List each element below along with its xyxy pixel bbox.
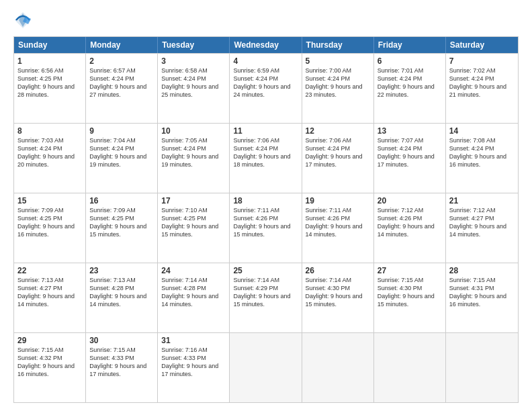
calendar-cell: 30Sunrise: 7:15 AMSunset: 4:33 PMDayligh…: [86, 333, 158, 402]
calendar-cell: 16Sunrise: 7:09 AMSunset: 4:25 PMDayligh…: [86, 193, 158, 263]
calendar-cell: 31Sunrise: 7:16 AMSunset: 4:33 PMDayligh…: [158, 333, 230, 402]
calendar-cell: 12Sunrise: 7:06 AMSunset: 4:24 PMDayligh…: [302, 124, 374, 193]
calendar-cell: 17Sunrise: 7:10 AMSunset: 4:25 PMDayligh…: [158, 193, 230, 263]
header-day-tuesday: Tuesday: [158, 37, 230, 53]
day-number: 22: [17, 266, 82, 275]
day-number: 23: [89, 266, 154, 275]
day-info: Sunrise: 7:15 AMSunset: 4:30 PMDaylight:…: [378, 276, 442, 309]
calendar-row-4: 29Sunrise: 7:15 AMSunset: 4:32 PMDayligh…: [14, 332, 518, 402]
calendar-cell: 3Sunrise: 6:58 AMSunset: 4:24 PMDaylight…: [158, 54, 230, 123]
header-day-wednesday: Wednesday: [230, 37, 302, 53]
day-number: 28: [449, 266, 515, 275]
day-info: Sunrise: 7:14 AMSunset: 4:30 PMDaylight:…: [306, 276, 370, 309]
day-number: 27: [378, 266, 442, 275]
day-info: Sunrise: 7:15 AMSunset: 4:33 PMDaylight:…: [89, 346, 154, 379]
day-number: 7: [449, 56, 515, 66]
header-day-thursday: Thursday: [302, 37, 374, 53]
day-info: Sunrise: 7:13 AMSunset: 4:27 PMDaylight:…: [17, 276, 82, 309]
calendar-cell: 21Sunrise: 7:12 AMSunset: 4:27 PMDayligh…: [446, 193, 518, 263]
day-number: 20: [378, 196, 442, 205]
day-number: 26: [306, 266, 370, 275]
day-number: 3: [161, 56, 226, 66]
day-info: Sunrise: 7:05 AMSunset: 4:24 PMDaylight:…: [161, 136, 226, 169]
day-info: Sunrise: 7:13 AMSunset: 4:28 PMDaylight:…: [89, 276, 154, 309]
day-info: Sunrise: 7:03 AMSunset: 4:24 PMDaylight:…: [17, 136, 82, 169]
day-number: 1: [17, 56, 82, 66]
day-number: 8: [17, 126, 82, 136]
day-number: 15: [17, 196, 82, 205]
day-info: Sunrise: 7:15 AMSunset: 4:32 PMDaylight:…: [17, 346, 82, 379]
calendar-cell: 6Sunrise: 7:01 AMSunset: 4:24 PMDaylight…: [374, 54, 446, 123]
day-info: Sunrise: 6:58 AMSunset: 4:24 PMDaylight:…: [161, 66, 226, 99]
day-info: Sunrise: 7:04 AMSunset: 4:24 PMDaylight:…: [89, 136, 154, 169]
calendar-cell: 18Sunrise: 7:11 AMSunset: 4:26 PMDayligh…: [230, 193, 302, 263]
calendar-cell: 14Sunrise: 7:08 AMSunset: 4:24 PMDayligh…: [446, 124, 518, 193]
day-info: Sunrise: 7:15 AMSunset: 4:31 PMDaylight:…: [449, 276, 515, 309]
day-number: 9: [89, 126, 154, 136]
calendar-cell: 13Sunrise: 7:07 AMSunset: 4:24 PMDayligh…: [374, 124, 446, 193]
day-info: Sunrise: 7:11 AMSunset: 4:26 PMDaylight:…: [233, 206, 298, 239]
day-number: 16: [89, 196, 154, 205]
calendar-cell: [230, 333, 302, 402]
header-day-monday: Monday: [86, 37, 158, 53]
calendar-cell: 7Sunrise: 7:02 AMSunset: 4:24 PMDaylight…: [446, 54, 518, 123]
day-number: 31: [161, 336, 226, 345]
day-info: Sunrise: 7:14 AMSunset: 4:28 PMDaylight:…: [161, 276, 226, 309]
day-number: 24: [161, 266, 226, 275]
day-info: Sunrise: 7:06 AMSunset: 4:24 PMDaylight:…: [233, 136, 298, 169]
calendar-cell: 9Sunrise: 7:04 AMSunset: 4:24 PMDaylight…: [86, 124, 158, 193]
calendar-cell: 1Sunrise: 6:56 AMSunset: 4:25 PMDaylight…: [14, 54, 86, 123]
logo: [13, 11, 35, 30]
day-info: Sunrise: 7:14 AMSunset: 4:29 PMDaylight:…: [233, 276, 298, 309]
day-number: 29: [17, 336, 82, 345]
calendar-row-1: 8Sunrise: 7:03 AMSunset: 4:24 PMDaylight…: [14, 123, 518, 193]
header-day-friday: Friday: [374, 37, 446, 53]
day-number: 18: [233, 196, 298, 205]
header-day-sunday: Sunday: [14, 37, 86, 53]
day-number: 10: [161, 126, 226, 136]
day-info: Sunrise: 7:12 AMSunset: 4:27 PMDaylight:…: [449, 206, 515, 239]
day-info: Sunrise: 7:01 AMSunset: 4:24 PMDaylight:…: [378, 66, 442, 99]
calendar-row-0: 1Sunrise: 6:56 AMSunset: 4:25 PMDaylight…: [14, 53, 518, 123]
day-number: 14: [449, 126, 515, 136]
day-info: Sunrise: 7:08 AMSunset: 4:24 PMDaylight:…: [449, 136, 515, 169]
calendar-header: SundayMondayTuesdayWednesdayThursdayFrid…: [14, 37, 518, 53]
logo-icon: [13, 11, 32, 30]
day-info: Sunrise: 7:16 AMSunset: 4:33 PMDaylight:…: [161, 346, 226, 379]
day-info: Sunrise: 6:57 AMSunset: 4:24 PMDaylight:…: [89, 66, 154, 99]
calendar-cell: 20Sunrise: 7:12 AMSunset: 4:26 PMDayligh…: [374, 193, 446, 263]
page: SundayMondayTuesdayWednesdayThursdayFrid…: [0, 0, 532, 411]
day-number: 21: [449, 196, 515, 205]
calendar-cell: 11Sunrise: 7:06 AMSunset: 4:24 PMDayligh…: [230, 124, 302, 193]
day-number: 12: [306, 126, 370, 136]
header: [13, 11, 519, 30]
calendar-cell: [302, 333, 374, 402]
day-number: 30: [89, 336, 154, 345]
day-number: 17: [161, 196, 226, 205]
day-info: Sunrise: 7:00 AMSunset: 4:24 PMDaylight:…: [306, 66, 370, 99]
calendar-body: 1Sunrise: 6:56 AMSunset: 4:25 PMDaylight…: [14, 53, 518, 402]
calendar-cell: 15Sunrise: 7:09 AMSunset: 4:25 PMDayligh…: [14, 193, 86, 263]
day-info: Sunrise: 6:59 AMSunset: 4:24 PMDaylight:…: [233, 66, 298, 99]
calendar-cell: 2Sunrise: 6:57 AMSunset: 4:24 PMDaylight…: [86, 54, 158, 123]
calendar: SundayMondayTuesdayWednesdayThursdayFrid…: [13, 36, 519, 403]
calendar-cell: 23Sunrise: 7:13 AMSunset: 4:28 PMDayligh…: [86, 263, 158, 332]
calendar-cell: 24Sunrise: 7:14 AMSunset: 4:28 PMDayligh…: [158, 263, 230, 332]
day-info: Sunrise: 7:06 AMSunset: 4:24 PMDaylight:…: [306, 136, 370, 169]
day-number: 5: [306, 56, 370, 66]
day-info: Sunrise: 7:02 AMSunset: 4:24 PMDaylight:…: [449, 66, 515, 99]
day-number: 11: [233, 126, 298, 136]
calendar-cell: 22Sunrise: 7:13 AMSunset: 4:27 PMDayligh…: [14, 263, 86, 332]
day-number: 13: [378, 126, 442, 136]
day-info: Sunrise: 7:12 AMSunset: 4:26 PMDaylight:…: [378, 206, 442, 239]
day-info: Sunrise: 7:07 AMSunset: 4:24 PMDaylight:…: [378, 136, 442, 169]
calendar-cell: 19Sunrise: 7:11 AMSunset: 4:26 PMDayligh…: [302, 193, 374, 263]
day-info: Sunrise: 7:09 AMSunset: 4:25 PMDaylight:…: [89, 206, 154, 239]
calendar-cell: [446, 333, 518, 402]
day-number: 25: [233, 266, 298, 275]
day-number: 4: [233, 56, 298, 66]
day-info: Sunrise: 7:11 AMSunset: 4:26 PMDaylight:…: [306, 206, 370, 239]
calendar-cell: 29Sunrise: 7:15 AMSunset: 4:32 PMDayligh…: [14, 333, 86, 402]
day-number: 6: [378, 56, 442, 66]
calendar-cell: [374, 333, 446, 402]
